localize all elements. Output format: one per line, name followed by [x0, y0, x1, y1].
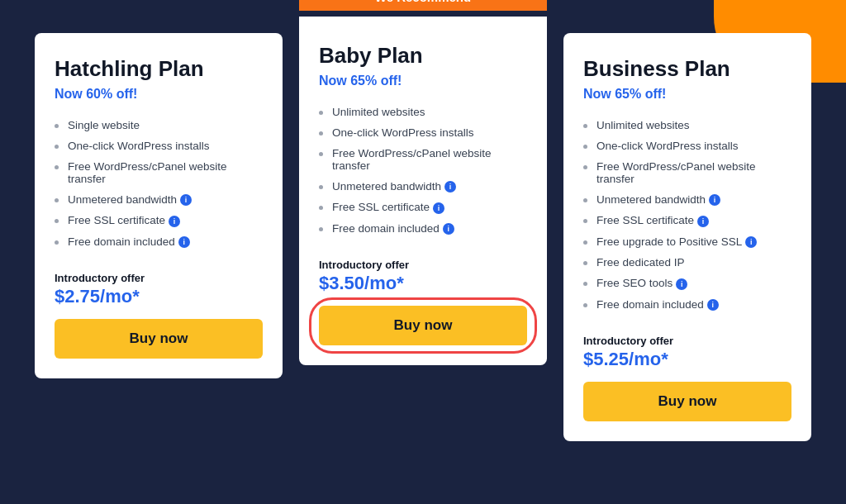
plan-title-baby: Baby Plan — [319, 43, 527, 69]
plan-title-hatchling: Hatchling Plan — [55, 56, 263, 82]
info-icon[interactable]: i — [676, 278, 687, 290]
feature-item: Free SSL certificatei — [583, 210, 791, 231]
feature-item: One-click WordPress installs — [55, 136, 263, 156]
plan-discount-hatchling: Now 60% off! — [55, 87, 263, 102]
feature-item: Unmetered bandwidthi — [55, 189, 263, 210]
plan-discount-baby: Now 65% off! — [319, 74, 527, 88]
feature-item: Free WordPress/cPanel website transfer — [55, 156, 263, 189]
feature-item: One-click WordPress installs — [583, 136, 791, 156]
plans-container: Hatchling PlanNow 60% off!Single website… — [26, 17, 820, 441]
feature-item: Free domain includedi — [319, 218, 527, 239]
info-icon[interactable]: i — [707, 299, 719, 311]
intro-price-baby: $3.50/mo* — [319, 273, 527, 294]
intro-price-hatchling: $2.75/mo* — [55, 286, 263, 307]
intro-label-baby: Introductory offer — [319, 259, 527, 271]
features-list-hatchling: Single websiteOne-click WordPress instal… — [55, 115, 263, 252]
feature-item: Unlimited websites — [319, 102, 527, 122]
info-icon[interactable]: i — [444, 181, 456, 193]
feature-item: Free upgrade to Positive SSLi — [583, 231, 791, 252]
intro-label-business: Introductory offer — [583, 335, 791, 347]
feature-item: Free domain includedi — [55, 231, 263, 252]
page-wrapper: Hatchling PlanNow 60% off!Single website… — [0, 0, 846, 504]
info-icon[interactable]: i — [433, 202, 444, 214]
plan-title-business: Business Plan — [583, 56, 791, 82]
plan-card-business: Business PlanNow 65% off!Unlimited websi… — [563, 33, 811, 441]
feature-item: Single website — [55, 115, 263, 136]
feature-item: Free SSL certificatei — [55, 210, 263, 231]
feature-item: Free domain includedi — [583, 294, 791, 315]
feature-item: Unmetered bandwidthi — [319, 176, 527, 197]
intro-label-hatchling: Introductory offer — [55, 272, 263, 284]
buy-button-hatchling[interactable]: Buy now — [55, 319, 263, 359]
info-icon[interactable]: i — [443, 223, 454, 235]
info-icon[interactable]: i — [745, 236, 757, 248]
info-icon[interactable]: i — [697, 216, 709, 227]
features-list-baby: Unlimited websitesOne-click WordPress in… — [319, 102, 527, 239]
recommend-banner: We Recommend — [299, 0, 547, 11]
buy-btn-wrapper-baby: Buy now — [319, 306, 527, 345]
buy-btn-wrapper-hatchling: Buy now — [55, 319, 263, 359]
buy-button-baby[interactable]: Buy now — [319, 306, 527, 345]
buy-button-business[interactable]: Buy now — [583, 382, 791, 421]
feature-item: Free dedicated IP — [583, 252, 791, 273]
features-list-business: Unlimited websitesOne-click WordPress in… — [583, 115, 791, 315]
feature-item: Free WordPress/cPanel website transfer — [583, 156, 791, 189]
feature-item: Free SEO toolsi — [583, 273, 791, 293]
info-icon[interactable]: i — [709, 194, 720, 206]
intro-price-business: $5.25/mo* — [583, 349, 791, 370]
buy-btn-wrapper-business: Buy now — [583, 382, 791, 421]
plan-card-baby: We RecommendBaby PlanNow 65% off!Unlimit… — [299, 17, 547, 365]
plan-discount-business: Now 65% off! — [583, 87, 791, 102]
feature-item: Free WordPress/cPanel website transfer — [319, 143, 527, 176]
info-icon[interactable]: i — [169, 216, 180, 227]
feature-item: Free SSL certificatei — [319, 197, 527, 217]
feature-item: Unmetered bandwidthi — [583, 189, 791, 210]
info-icon[interactable]: i — [180, 194, 192, 206]
feature-item: One-click WordPress installs — [319, 122, 527, 143]
info-icon[interactable]: i — [178, 236, 190, 248]
plan-card-hatchling: Hatchling PlanNow 60% off!Single website… — [35, 33, 283, 378]
feature-item: Unlimited websites — [583, 115, 791, 136]
